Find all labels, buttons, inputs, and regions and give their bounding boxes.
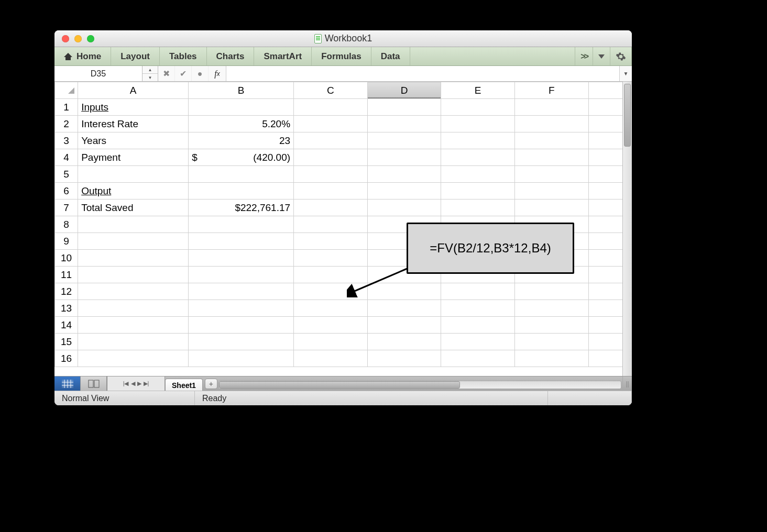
settings-button[interactable]: [610, 47, 632, 65]
cell[interactable]: [78, 334, 189, 350]
cell[interactable]: Output: [78, 183, 189, 199]
cell[interactable]: [588, 199, 622, 216]
cell[interactable]: [78, 317, 189, 334]
cell[interactable]: [78, 233, 189, 250]
cell[interactable]: [367, 132, 441, 149]
cell[interactable]: [189, 300, 294, 317]
cell[interactable]: [588, 216, 622, 233]
page-layout-view-button[interactable]: [81, 376, 107, 391]
cell[interactable]: [514, 183, 588, 199]
row-header[interactable]: 11: [55, 267, 78, 283]
cell[interactable]: [588, 132, 622, 149]
cell[interactable]: [189, 99, 294, 116]
cell[interactable]: [514, 199, 588, 216]
cell[interactable]: [367, 283, 441, 300]
row-header[interactable]: 8: [55, 216, 78, 233]
cell[interactable]: [514, 350, 588, 367]
cell[interactable]: $(420.00): [189, 149, 294, 166]
cell[interactable]: [588, 166, 622, 183]
cell[interactable]: [294, 267, 368, 283]
tab-formulas[interactable]: Formulas: [312, 47, 371, 65]
cell[interactable]: [294, 149, 368, 166]
tab-home[interactable]: Home: [54, 47, 111, 65]
row-header[interactable]: 5: [55, 166, 78, 183]
formula-bar-expand-button[interactable]: ▼: [619, 66, 632, 81]
cell[interactable]: [294, 199, 368, 216]
name-box-stepper[interactable]: ▲▼: [143, 66, 158, 81]
cell[interactable]: [367, 99, 441, 116]
cell[interactable]: [294, 250, 368, 267]
cell[interactable]: [588, 99, 622, 116]
cell[interactable]: [588, 250, 622, 267]
tab-tables[interactable]: Tables: [160, 47, 207, 65]
cell[interactable]: [189, 233, 294, 250]
cell[interactable]: [294, 166, 368, 183]
horizontal-scrollbar[interactable]: [217, 376, 622, 391]
cell[interactable]: $222,761.17: [189, 199, 294, 216]
cell[interactable]: [588, 183, 622, 199]
cell[interactable]: [367, 317, 441, 334]
row-header[interactable]: 4: [55, 149, 78, 166]
cell[interactable]: [294, 233, 368, 250]
cell[interactable]: [514, 317, 588, 334]
cell[interactable]: [367, 334, 441, 350]
cell[interactable]: [189, 166, 294, 183]
cell[interactable]: [294, 132, 368, 149]
cell[interactable]: [588, 317, 622, 334]
cell[interactable]: 5.20%: [189, 116, 294, 132]
cell[interactable]: [294, 350, 368, 367]
cell[interactable]: [78, 166, 189, 183]
cell[interactable]: [441, 116, 515, 132]
cell[interactable]: [441, 283, 515, 300]
row-header[interactable]: 14: [55, 317, 78, 334]
cell[interactable]: [78, 283, 189, 300]
row-header[interactable]: 9: [55, 233, 78, 250]
cell[interactable]: [367, 166, 441, 183]
cell[interactable]: [441, 149, 515, 166]
cell[interactable]: [514, 334, 588, 350]
cell[interactable]: [294, 116, 368, 132]
cell[interactable]: [367, 300, 441, 317]
cell[interactable]: [588, 334, 622, 350]
cell[interactable]: [588, 350, 622, 367]
cell[interactable]: [78, 216, 189, 233]
cell[interactable]: 23: [189, 132, 294, 149]
name-box[interactable]: D35: [54, 66, 143, 81]
scrollbar-thumb[interactable]: [624, 84, 631, 147]
cell[interactable]: [294, 300, 368, 317]
col-header-a[interactable]: A: [78, 82, 189, 99]
cell[interactable]: [441, 334, 515, 350]
cell[interactable]: [588, 233, 622, 250]
cell[interactable]: [588, 149, 622, 166]
select-all-cell[interactable]: [55, 82, 78, 99]
cell[interactable]: [588, 116, 622, 132]
col-header-d[interactable]: D: [367, 82, 441, 99]
cell[interactable]: [189, 267, 294, 283]
ribbon-overflow-button[interactable]: >>: [575, 47, 593, 65]
cell[interactable]: [189, 317, 294, 334]
cell[interactable]: [189, 216, 294, 233]
add-sheet-button[interactable]: +: [205, 379, 217, 389]
cell[interactable]: [189, 183, 294, 199]
cell[interactable]: [441, 166, 515, 183]
cell[interactable]: [78, 350, 189, 367]
ribbon-collapse-button[interactable]: [593, 47, 610, 65]
row-header[interactable]: 12: [55, 283, 78, 300]
cell[interactable]: Payment: [78, 149, 189, 166]
cell[interactable]: [441, 199, 515, 216]
split-handle[interactable]: ||: [622, 376, 632, 391]
cell[interactable]: [441, 132, 515, 149]
cell[interactable]: [294, 317, 368, 334]
cell[interactable]: [514, 300, 588, 317]
row-header[interactable]: 13: [55, 300, 78, 317]
tab-data[interactable]: Data: [371, 47, 410, 65]
cell[interactable]: [294, 216, 368, 233]
cell[interactable]: [189, 250, 294, 267]
tab-smartart[interactable]: SmartArt: [254, 47, 312, 65]
cell[interactable]: [189, 334, 294, 350]
vertical-scrollbar[interactable]: [622, 82, 632, 376]
cell[interactable]: [441, 183, 515, 199]
cell[interactable]: [367, 149, 441, 166]
cell[interactable]: [367, 116, 441, 132]
scrollbar-thumb[interactable]: [219, 381, 460, 389]
